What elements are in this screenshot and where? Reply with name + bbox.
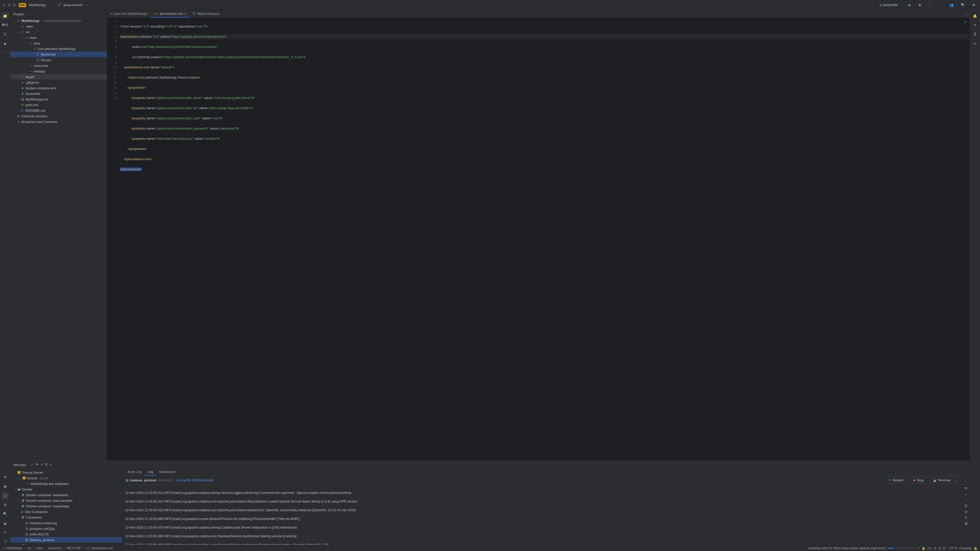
gutter[interactable]: 1 2 3 4 5 6 7 8 9 10 11 12 13 <box>107 18 120 461</box>
breadcrumb[interactable]: ▭ MyWebApp <box>3 546 22 550</box>
tree-item-scratches[interactable]: ›▭Scratches and Consoles <box>10 119 107 124</box>
project-dropdown-icon[interactable]: ⌄ <box>50 3 52 6</box>
services-node-dc-databases[interactable]: ›⊞Docker-compose: databases <box>10 492 122 498</box>
structure-tool-button[interactable]: ☲ <box>2 30 9 38</box>
tree-item-main[interactable]: ⌄▭main <box>10 35 107 40</box>
maven-tool-button[interactable]: m <box>971 40 978 47</box>
copy-icon[interactable]: ⎘ <box>965 516 967 519</box>
breadcrumb[interactable]: </> persistence.xml <box>86 546 113 550</box>
problems-tool-button[interactable]: ⊘ <box>2 529 9 536</box>
services-tool-button[interactable]: ⬡ <box>2 492 9 499</box>
open-external-icon[interactable]: ↗ <box>40 462 43 467</box>
branch-dropdown-icon[interactable]: ⌄ <box>86 3 88 6</box>
clear-icon[interactable]: 🗑 <box>964 522 968 526</box>
notifications-tool-button[interactable]: 🔔 <box>971 12 978 19</box>
tree-item-person[interactable]: ⒸPerson <box>10 57 107 63</box>
project-name[interactable]: MyWebApp <box>29 3 46 7</box>
tree-item-docker-compose[interactable]: ◈docker-compose.yml <box>10 85 107 91</box>
editor-tab-persistence[interactable]: </>persistence.xml× <box>150 10 189 17</box>
tree-item-java[interactable]: ⌄▭java <box>10 40 107 46</box>
services-node-container[interactable]: ▦postgres-odr2j3g <box>10 526 122 531</box>
services-node-dc-java[interactable]: ›⊞Docker-compose: java-samples <box>10 498 122 503</box>
commit-tool-button[interactable]: �흐 <box>2 21 9 29</box>
soft-wrap-icon[interactable]: ☰ <box>964 504 967 508</box>
services-node-container[interactable]: ▦eventbus-bdpnsng <box>10 520 122 526</box>
project-tree[interactable]: ⌄▭MyWebApp~/IdeaProjects/MyWebApp ›▭.ide… <box>10 18 107 461</box>
breadcrumb[interactable]: src <box>27 546 32 550</box>
maximize-window[interactable] <box>13 3 16 6</box>
bookmarks-tool-button[interactable]: ◆ <box>2 40 9 47</box>
chevron-down-icon[interactable]: ⌄ <box>953 478 957 482</box>
tree-item-readme[interactable]: M↓README.md <box>10 108 107 113</box>
image-sha-link[interactable]: ⊡ sha256:157651e42e9d <box>176 478 213 482</box>
tree-item-webapp[interactable]: ›▭webapp <box>10 68 107 74</box>
services-node-dev-containers[interactable]: ◈Dev Containers <box>10 509 122 514</box>
search-everywhere-button[interactable]: 🔍 <box>959 2 967 8</box>
cursor-position[interactable]: 2:2 <box>928 546 932 550</box>
tree-item-resources[interactable]: ›▭resources <box>10 63 107 68</box>
minimize-window[interactable] <box>8 3 11 6</box>
run-config-selector[interactable]: ◈ Dockerfile ⌄ <box>877 2 904 8</box>
subtab-build-log[interactable]: Build Log <box>124 468 145 475</box>
vcs-tool-button[interactable]: ⎇ <box>2 538 9 545</box>
readonly-icon[interactable]: ⊕ <box>939 546 941 550</box>
branch-name[interactable]: javax-branch <box>64 3 83 7</box>
debug-button[interactable]: ⬢ <box>916 2 923 8</box>
settings-button[interactable]: ⚙ <box>970 2 977 8</box>
services-node-container-selected[interactable]: ▦zealous_jemison <box>10 537 122 543</box>
services-node-tomcat-server[interactable]: ⌄🐱Tomcat Server <box>10 470 122 475</box>
build-tool-button[interactable]: ⚒ <box>2 473 9 481</box>
more-actions-button[interactable]: ⋮ <box>926 2 934 8</box>
close-tab-icon[interactable]: × <box>184 12 186 16</box>
editor-tab-myservlet[interactable]: ⒸMyServlet.java <box>189 10 222 17</box>
services-node-docker[interactable]: ⌄🐳Docker <box>10 486 122 492</box>
restart-button[interactable]: ↻Restart <box>885 477 907 483</box>
background-task[interactable]: Updating index for https://repo.maven.ap… <box>808 546 920 550</box>
collapse-all-icon[interactable]: ⇵ <box>45 462 48 467</box>
database-tool-button[interactable]: ⊞ <box>2 501 9 508</box>
scroll-down-icon[interactable]: ↓ <box>965 498 967 502</box>
subtab-dashboard[interactable]: Dashboard <box>156 468 179 475</box>
ai-tool-button[interactable]: ✦ <box>971 21 978 29</box>
filter-icon[interactable]: ⇄ <box>965 510 967 514</box>
add-service-icon[interactable]: ＋ <box>30 462 34 467</box>
tree-item-ext-libs[interactable]: ›≣External Libraries <box>10 113 107 119</box>
editor-body[interactable]: ✔ 1 2 3 4 5 6 7 8 9 10 11 <box>107 18 970 461</box>
more-tools-button[interactable]: ⋯ <box>2 49 9 56</box>
tree-item-pom[interactable]: mpom.xml <box>10 102 107 108</box>
services-node-container[interactable]: ▦redis-fli2m78 <box>10 531 122 537</box>
tree-item-idea[interactable]: ›▭.idea <box>10 24 107 29</box>
code-with-me-button[interactable]: 👥 <box>947 2 956 8</box>
subtab-log[interactable]: Log <box>145 468 156 475</box>
project-view-dropdown-icon[interactable]: ⌄ <box>25 13 27 16</box>
vcs-branch-icon[interactable]: ⎇ <box>57 3 61 7</box>
line-separator-icon[interactable]: ⊚ <box>934 546 936 550</box>
services-node-tomcat-local[interactable]: ⌄🐱tomcat[local] <box>10 475 122 481</box>
tree-item-myservlet[interactable]: ⒸMyServlet <box>10 52 107 57</box>
show-options-icon[interactable]: 👁 <box>35 462 39 467</box>
stop-button[interactable]: ■Stop <box>910 477 927 483</box>
tree-item-dockerfile[interactable]: ◈Dockerfile <box>10 91 107 97</box>
scroll-to-end-icon[interactable]: 👁 <box>964 486 968 490</box>
tree-item-src[interactable]: ⌄▭src <box>10 29 107 35</box>
breadcrumb[interactable]: resources <box>48 546 62 550</box>
services-node-images[interactable]: ›⊞Images <box>10 543 122 545</box>
log-more-actions[interactable]: ⋮ <box>963 478 967 482</box>
code-content[interactable]: <?xml version="1.0" encoding="UTF-8" sta… <box>120 18 970 461</box>
breadcrumb[interactable]: META-INF <box>67 546 81 550</box>
services-node-containers[interactable]: ⌄⊞Containers <box>10 514 122 520</box>
project-panel-header[interactable]: Project ⌄ <box>10 10 107 18</box>
services-node-war[interactable]: ?MyWebApp:war exploded <box>10 481 122 486</box>
terminal-button[interactable]: ⬓Terminal⌄ <box>930 477 960 483</box>
tree-item-iml[interactable]: ▤MyWebApp.iml <box>10 97 107 102</box>
database-tool-button[interactable]: 🗄 <box>971 30 978 38</box>
breadcrumb[interactable]: main <box>37 546 43 550</box>
editor-tab-pom[interactable]: mpom.xml (MyWebApp) <box>107 10 150 17</box>
scroll-up-icon[interactable]: ↑ <box>965 492 967 496</box>
editor-tabs-menu[interactable]: ⋮ <box>963 10 970 17</box>
tree-root[interactable]: ⌄▭MyWebApp~/IdeaProjects/MyWebApp <box>10 18 107 24</box>
tree-item-target[interactable]: ›▭target <box>10 74 107 79</box>
run-button[interactable]: ▶ <box>907 2 913 8</box>
readonly-icon[interactable]: 🔓 <box>974 546 977 550</box>
terminal-tool-button[interactable]: ⬓ <box>2 519 9 527</box>
